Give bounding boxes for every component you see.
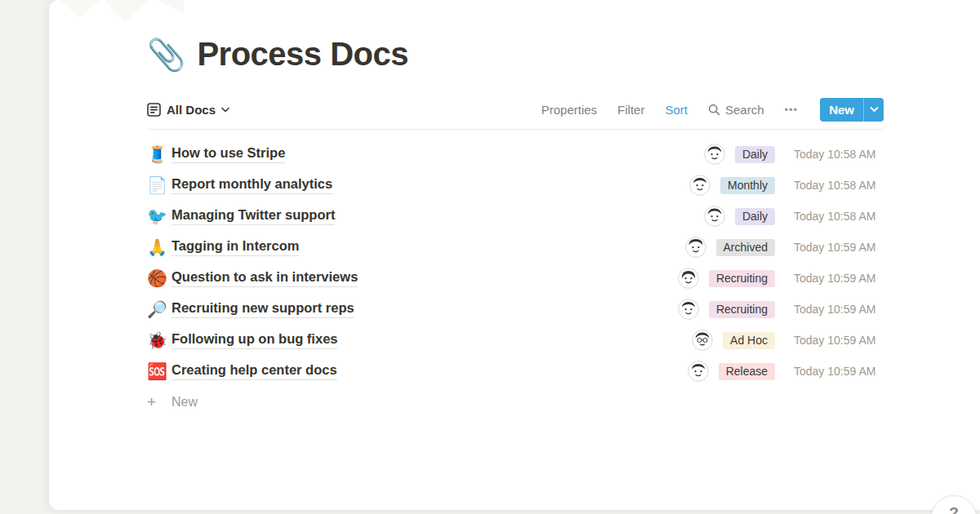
- basketball-emoji-icon: 🏀: [147, 270, 172, 286]
- doc-title-link[interactable]: Creating help center docs: [172, 362, 337, 380]
- view-switcher-all-docs[interactable]: All Docs: [147, 103, 229, 117]
- timestamp: Today 10:59 AM: [794, 365, 884, 378]
- bird-emoji-icon: 🐦: [147, 208, 172, 224]
- status-tag: Recruiting: [709, 301, 775, 318]
- view-switcher-label: All Docs: [167, 103, 216, 117]
- doc-title-link[interactable]: Question to ask in interviews: [172, 269, 358, 287]
- status-tag: Release: [719, 363, 775, 380]
- filter-button[interactable]: Filter: [617, 103, 644, 117]
- doc-row[interactable]: 🆘 Creating help center docs Release Toda…: [147, 356, 884, 387]
- more-options-button[interactable]: •••: [785, 104, 799, 116]
- doc-title-link[interactable]: Report monthly analytics: [172, 176, 332, 194]
- help-label: ?: [949, 504, 959, 514]
- status-tag: Daily: [735, 208, 775, 225]
- doc-row[interactable]: 🏀 Question to ask in interviews Recruiti…: [147, 263, 884, 294]
- new-button-chevron-icon[interactable]: [864, 106, 884, 113]
- avatar: [688, 361, 709, 382]
- status-tag: Monthly: [720, 177, 775, 194]
- plus-icon: +: [147, 393, 172, 411]
- doc-title-link[interactable]: Recruiting new support reps: [172, 300, 354, 318]
- search-button[interactable]: Search: [708, 103, 764, 117]
- folded-hands-emoji-icon: 🙏: [147, 239, 172, 255]
- doc-list: 🧵 How to use Stripe Daily Today 10:58 AM…: [147, 139, 884, 418]
- status-tag: Archived: [716, 239, 775, 256]
- status-tag: Recruiting: [709, 270, 775, 287]
- page-card: 📎 Process Docs All Docs Properties Filte…: [49, 0, 980, 510]
- chevron-down-icon: [221, 107, 229, 113]
- timestamp: Today 10:58 AM: [794, 210, 884, 223]
- magnifier-emoji-icon: 🔎: [147, 301, 172, 317]
- thread-emoji-icon: 🧵: [147, 146, 172, 162]
- doc-title-link[interactable]: Following up on bug fixes: [172, 331, 337, 349]
- doc-row[interactable]: 📄 Report monthly analytics Monthly Today…: [147, 170, 884, 201]
- doc-row[interactable]: 🔎 Recruiting new support reps Recruiting…: [147, 294, 884, 325]
- doc-row[interactable]: 🧵 How to use Stripe Daily Today 10:58 AM: [147, 139, 884, 170]
- timestamp: Today 10:59 AM: [794, 272, 884, 285]
- sos-emoji-icon: 🆘: [147, 363, 172, 379]
- timestamp: Today 10:59 AM: [794, 241, 884, 254]
- doc-row[interactable]: 🐞 Following up on bug fixes Ad Hoc Today…: [147, 325, 884, 356]
- list-view-icon: [147, 103, 161, 117]
- doc-row[interactable]: 🐦 Managing Twitter support Daily Today 1…: [147, 201, 884, 232]
- toolbar: All Docs Properties Filter Sort Search •…: [147, 97, 884, 122]
- doc-title-link[interactable]: How to use Stripe: [172, 145, 285, 163]
- doc-row[interactable]: 🙏 Tagging in Intercom Archived Today 10:…: [147, 232, 884, 263]
- search-label: Search: [725, 103, 764, 117]
- ladybug-emoji-icon: 🐞: [147, 332, 172, 348]
- status-tag: Ad Hoc: [723, 332, 775, 349]
- status-tag: Daily: [735, 146, 775, 163]
- search-icon: [708, 104, 720, 116]
- avatar: [704, 206, 725, 227]
- page-emoji-icon: 📄: [147, 177, 172, 193]
- avatar: [678, 299, 699, 320]
- timestamp: Today 10:58 AM: [794, 148, 884, 161]
- toolbar-divider: [147, 129, 884, 130]
- avatar: [704, 144, 725, 165]
- page-header: 📎 Process Docs: [147, 36, 884, 73]
- timestamp: Today 10:58 AM: [794, 179, 884, 192]
- doc-title-link[interactable]: Managing Twitter support: [172, 207, 335, 225]
- page-title: Process Docs: [197, 36, 408, 73]
- new-doc-label: New: [172, 395, 198, 410]
- timestamp: Today 10:59 AM: [794, 334, 884, 347]
- sort-button[interactable]: Sort: [665, 103, 688, 117]
- avatar: [685, 237, 706, 258]
- new-doc-button[interactable]: + New: [147, 387, 884, 418]
- avatar: [692, 330, 713, 351]
- properties-button[interactable]: Properties: [541, 103, 597, 117]
- avatar: [678, 268, 699, 289]
- new-button-label: New: [820, 103, 863, 117]
- timestamp: Today 10:59 AM: [794, 303, 884, 316]
- paperclip-icon: 📎: [147, 39, 185, 70]
- new-button[interactable]: New: [820, 98, 884, 122]
- avatar: [689, 175, 710, 196]
- doc-title-link[interactable]: Tagging in Intercom: [172, 238, 299, 256]
